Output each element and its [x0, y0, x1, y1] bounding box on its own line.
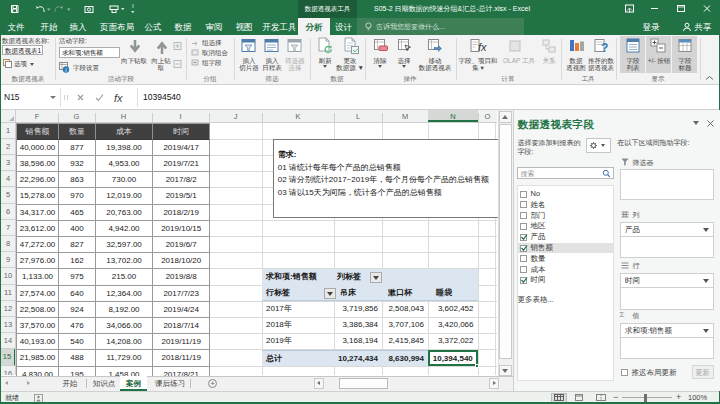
svg-text:?: ?	[601, 41, 608, 55]
svg-text:fx: fx	[478, 41, 487, 53]
svg-text:fx: fx	[114, 92, 123, 104]
